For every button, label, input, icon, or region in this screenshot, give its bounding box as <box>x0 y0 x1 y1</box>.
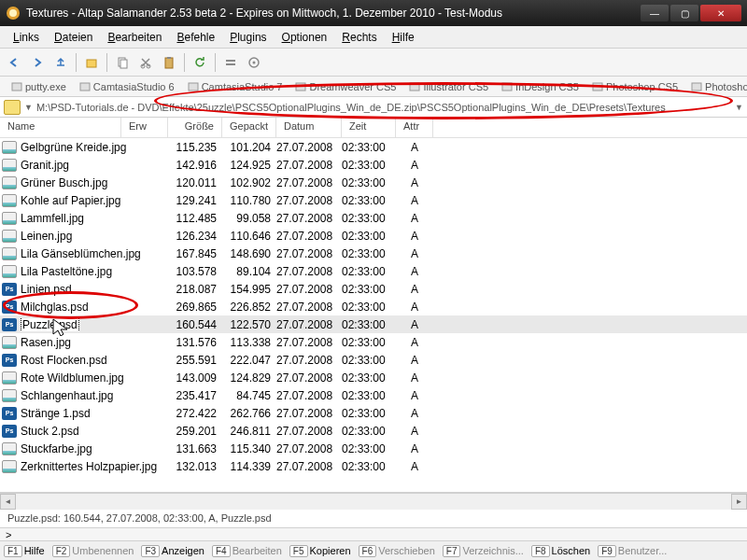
command-prompt[interactable]: > <box>0 528 747 541</box>
file-row[interactable]: Grüner Busch.jpg120.011102.90227.07.2008… <box>0 174 747 191</box>
drive-button[interactable] <box>4 100 21 115</box>
file-row[interactable]: Granit.jpg142.916124.92527.07.200802:33:… <box>0 156 747 174</box>
menu-rechts[interactable]: Rechts <box>334 28 384 47</box>
file-row[interactable]: Zerknittertes Holzpapier.jpg132.013114.3… <box>0 457 747 475</box>
col-packed[interactable]: Gepackt <box>222 118 276 137</box>
path-display[interactable]: M:\PSD-Tutorials.de - DVD\Effekte\25uzzl… <box>36 102 731 113</box>
back-button[interactable] <box>4 52 24 73</box>
menu-hilfe[interactable]: Hilfe <box>385 28 422 47</box>
refresh-button[interactable] <box>190 52 210 73</box>
menu-plugins[interactable]: Plugins <box>222 28 274 47</box>
hotpath-button[interactable] <box>81 52 102 73</box>
column-headers[interactable]: Name Erw Größe Gepackt Datum Zeit Attr <box>0 118 747 138</box>
tab-camtasiastudio-7[interactable]: CamtasiaStudio 7 <box>182 79 289 94</box>
close-button[interactable]: ✕ <box>700 5 741 21</box>
svg-rect-2 <box>87 60 96 67</box>
file-row[interactable]: Lammfell.jpg112.48599.05827.07.200802:33… <box>0 209 747 227</box>
properties-button[interactable] <box>244 52 264 73</box>
tab-putty.exe[interactable]: putty.exe <box>6 79 72 94</box>
fn-f9: F9Benutzer... <box>598 545 667 557</box>
fn-f5[interactable]: F5Kopieren <box>289 545 351 557</box>
file-row[interactable]: Lila Gänseblümchen.jpg167.845148.69027.0… <box>0 245 747 262</box>
tab-dreamweaver-cs5[interactable]: Dreamweaver CS5 <box>289 79 402 94</box>
svg-rect-15 <box>189 83 198 91</box>
tab-photoshop[interactable]: Photoshop <box>685 79 747 94</box>
file-row[interactable]: Lila Pasteltöne.jpg103.57889.10427.07.20… <box>0 262 747 280</box>
svg-rect-19 <box>593 83 602 91</box>
jpg-icon <box>2 230 17 243</box>
fn-f6: F6Verschieben <box>359 545 435 557</box>
fn-f8[interactable]: F8Löschen <box>531 545 590 557</box>
jpg-icon <box>2 336 17 349</box>
col-erw[interactable]: Erw <box>121 118 168 137</box>
file-row[interactable]: PsStränge 1.psd272.422262.76627.07.20080… <box>0 404 747 422</box>
file-row[interactable]: PsStuck 2.psd259.201246.81127.07.200802:… <box>0 422 747 440</box>
file-row[interactable]: PsPuzzle.psd160.544122.57027.07.200802:3… <box>0 315 747 333</box>
jpg-icon <box>2 141 17 154</box>
fn-f3[interactable]: F3Anzeigen <box>141 545 204 557</box>
tab-photoshop-cs5[interactable]: Photoshop CS5 <box>586 79 684 94</box>
tab-indesign-cs5[interactable]: InDesign CS5 <box>496 79 585 94</box>
psd-icon: Ps <box>2 425 17 438</box>
svg-rect-4 <box>120 60 127 68</box>
tab-illustrator-cs5[interactable]: Illustrator CS5 <box>403 79 494 94</box>
menu-dateien[interactable]: Dateien <box>47 28 100 47</box>
psd-icon: Ps <box>2 283 17 296</box>
jpg-icon <box>2 442 17 455</box>
file-row[interactable]: PsMilchglas.psd269.865226.85227.07.20080… <box>0 298 747 315</box>
paste-button[interactable] <box>159 52 179 73</box>
col-date[interactable]: Datum <box>276 118 342 137</box>
file-row[interactable]: PsRost Flocken.psd255.591222.04727.07.20… <box>0 351 747 369</box>
svg-rect-14 <box>80 83 90 91</box>
file-row[interactable]: Rote Wildblumen.jpg143.009124.82927.07.2… <box>0 369 747 386</box>
jpg-icon <box>2 460 17 473</box>
tab-camtasiastudio-6[interactable]: CamtasiaStudio 6 <box>74 79 180 94</box>
col-time[interactable]: Zeit <box>342 118 396 137</box>
psd-icon: Ps <box>2 407 17 420</box>
horizontal-scrollbar[interactable]: ◄ ► <box>0 493 747 510</box>
menu-links[interactable]: Links <box>6 28 47 47</box>
file-row[interactable]: Leinen.jpg126.234110.64627.07.200802:33:… <box>0 227 747 245</box>
file-row[interactable]: Stuckfarbe.jpg131.663115.34027.07.200802… <box>0 440 747 457</box>
fn-f1[interactable]: F1Hilfe <box>4 545 45 557</box>
svg-point-1 <box>9 9 17 17</box>
jpg-icon <box>2 389 17 402</box>
up-button[interactable] <box>50 52 71 73</box>
jpg-icon <box>2 176 17 189</box>
menu-optionen[interactable]: Optionen <box>275 28 335 47</box>
psd-icon: Ps <box>2 301 17 314</box>
maximize-button[interactable]: ▢ <box>670 5 698 21</box>
cut-button[interactable] <box>135 52 156 73</box>
file-list-panel: Name Erw Größe Gepackt Datum Zeit Attr G… <box>0 118 747 493</box>
file-row[interactable]: Schlangenhaut.jpg235.41784.74527.07.2008… <box>0 386 747 404</box>
col-size[interactable]: Größe <box>168 118 222 137</box>
psd-icon: Ps <box>2 354 17 367</box>
forward-button[interactable] <box>27 52 48 73</box>
svg-rect-7 <box>165 58 173 68</box>
drive-chevron-icon: ▼ <box>24 103 33 112</box>
menu-befehle[interactable]: Befehle <box>169 28 222 47</box>
jpg-icon <box>2 212 17 225</box>
quick-access-tabs: putty.exeCamtasiaStudio 6CamtasiaStudio … <box>0 77 747 97</box>
menu-bearbeiten[interactable]: Bearbeiten <box>100 28 169 47</box>
copy-button[interactable] <box>112 52 133 73</box>
scroll-right-button[interactable]: ► <box>731 494 747 510</box>
window-title: Textures - Altap Salamander 2.53 beta 2 … <box>26 7 639 20</box>
col-attr[interactable]: Attr <box>396 118 433 137</box>
file-row[interactable]: Kohle auf Papier.jpg129.241110.78027.07.… <box>0 191 747 209</box>
titlebar: Textures - Altap Salamander 2.53 beta 2 … <box>0 0 747 26</box>
jpg-icon <box>2 194 17 207</box>
file-row[interactable]: PsLinien.psd218.087154.99527.07.200802:3… <box>0 280 747 298</box>
svg-rect-18 <box>502 83 512 91</box>
svg-rect-9 <box>226 60 235 62</box>
scroll-left-button[interactable]: ◄ <box>0 494 16 510</box>
view-button[interactable] <box>220 52 241 73</box>
file-row[interactable]: Gelbgrüne Kreide.jpg115.235101.20427.07.… <box>0 138 747 156</box>
pathbar[interactable]: ▼ M:\PSD-Tutorials.de - DVD\Effekte\25uz… <box>0 97 747 118</box>
col-name[interactable]: Name <box>0 118 121 137</box>
minimize-button[interactable]: — <box>641 5 669 21</box>
file-row[interactable]: Rasen.jpg131.576113.33827.07.200802:33:0… <box>0 333 747 351</box>
svg-point-12 <box>253 61 256 63</box>
svg-rect-16 <box>296 83 305 91</box>
svg-rect-8 <box>167 57 171 59</box>
